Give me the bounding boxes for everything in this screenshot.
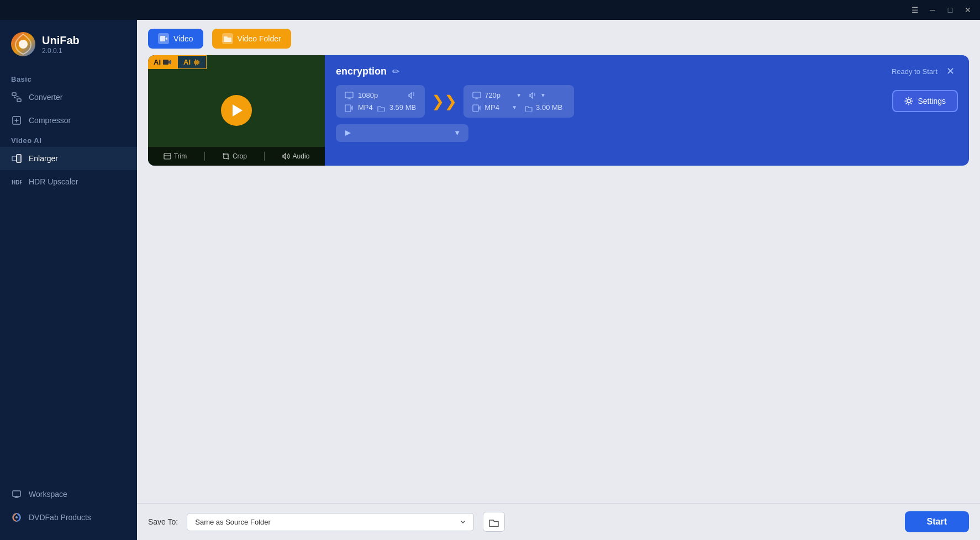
settings-button[interactable]: Settings [892, 90, 958, 112]
browse-button[interactable] [483, 512, 505, 532]
output-info: 720p 1080p 2160p ▼ ▼ [463, 85, 574, 118]
sidebar-item-converter[interactable]: Converter [0, 86, 137, 109]
play-icon [233, 104, 243, 117]
add-video-icon [158, 33, 169, 44]
convert-arrow: ❯❯ [431, 92, 457, 110]
save-to-label: Save To: [148, 517, 178, 526]
monitor-icon [345, 91, 354, 99]
source-format: MP4 [358, 103, 373, 112]
ai-video-badge-label: AI [154, 58, 161, 66]
ctrl-divider-2 [264, 152, 265, 161]
svg-marker-12 [165, 37, 167, 40]
maximize-button[interactable]: □ [942, 4, 958, 16]
close-card-button[interactable]: ✕ [943, 64, 958, 78]
converter-icon [11, 92, 22, 103]
compressor-label: Compressor [29, 116, 71, 125]
video-file-icon-source [345, 103, 354, 112]
app-version: 2.0.0.1 [42, 47, 80, 55]
save-path-value: Same as Source Folder [195, 518, 271, 526]
add-video-button[interactable]: Video [148, 29, 203, 49]
workspace-label: Workspace [29, 490, 67, 499]
output-resolution-select[interactable]: 720p 1080p 2160p [484, 91, 513, 99]
svg-rect-2 [12, 93, 16, 96]
audio-track-select[interactable]: ▼ [336, 124, 468, 142]
hdr-label: HDR Upscaler [29, 177, 78, 186]
svg-rect-6 [17, 155, 21, 162]
svg-point-23 [907, 99, 910, 103]
save-path-display[interactable]: Same as Source Folder [187, 513, 474, 531]
close-button[interactable]: ✕ [960, 4, 976, 16]
format-dropdown-icon: ▼ [512, 104, 517, 110]
add-folder-icon [222, 33, 233, 44]
sidebar-item-hdr[interactable]: HDR HDR Upscaler [0, 170, 137, 193]
svg-point-1 [19, 40, 28, 49]
main-content: Video Video Folder AI [137, 20, 980, 540]
svg-point-10 [15, 516, 18, 518]
source-size: 3.59 MB [389, 103, 416, 112]
trim-button[interactable]: Trim [159, 150, 192, 162]
compressor-icon [11, 115, 22, 126]
source-format-line: MP4 3.59 MB [345, 103, 416, 112]
ctrl-divider-1 [204, 152, 205, 161]
output-format-line: MP4 MKV AVI ▼ 3.00 MB [472, 103, 565, 112]
format-row: 1080p MP4 [336, 85, 958, 118]
edit-title-button[interactable]: ✏ [392, 66, 399, 77]
output-format-select[interactable]: MP4 MKV AVI [484, 103, 508, 112]
video-card: AI AI [148, 55, 969, 166]
output-resolution-line: 720p 1080p 2160p ▼ ▼ [472, 91, 565, 99]
menu-button[interactable]: ☰ [907, 4, 923, 16]
crop-button[interactable]: Crop [218, 150, 251, 162]
trim-label: Trim [174, 152, 187, 160]
play-button[interactable] [221, 95, 252, 126]
svg-rect-3 [17, 99, 21, 102]
video-title: encryption [336, 66, 387, 77]
video-controls-bar: Trim Crop Audio [148, 147, 325, 166]
svg-rect-16 [224, 154, 228, 158]
svg-rect-20 [473, 92, 481, 98]
ai-audio-badge: AI [177, 55, 207, 69]
svg-rect-18 [345, 105, 351, 112]
converter-label: Converter [29, 93, 62, 102]
app-logo [10, 31, 36, 57]
sidebar-item-dvdfab[interactable]: DVDFab Products [0, 506, 137, 529]
section-videoai-label: Video AI [0, 132, 137, 147]
sidebar-item-workspace[interactable]: Workspace [0, 483, 137, 506]
svg-text:HDR: HDR [12, 179, 22, 186]
audio-track-dropdown-icon: ▼ [454, 129, 461, 137]
workspace-icon [11, 489, 22, 500]
window-controls: ☰ ─ □ ✕ [907, 4, 976, 16]
settings-label: Settings [918, 97, 946, 105]
logo-area: UniFab 2.0.0.1 [0, 20, 137, 71]
svg-rect-15 [164, 153, 171, 159]
ready-status: Ready to Start [892, 67, 937, 76]
app-body: UniFab 2.0.0.1 Basic Converter Compresso… [0, 20, 980, 540]
start-button[interactable]: Start [905, 511, 969, 532]
music-icon-output [529, 91, 537, 99]
sidebar-item-compressor[interactable]: Compressor [0, 109, 137, 132]
source-info: 1080p MP4 [336, 85, 425, 118]
output-size: 3.00 MB [536, 103, 562, 112]
svg-rect-17 [345, 92, 353, 98]
folder-browse-icon [489, 518, 499, 527]
audio-button[interactable]: Audio [278, 150, 314, 162]
minimize-button[interactable]: ─ [925, 4, 940, 16]
app-name: UniFab [42, 34, 80, 47]
add-folder-button[interactable]: Video Folder [212, 29, 291, 49]
enlarger-label: Enlarger [29, 154, 58, 163]
hdr-icon: HDR [11, 176, 22, 187]
audio-dropdown-icon: ▼ [540, 92, 546, 98]
music-icon-source [408, 91, 416, 99]
svg-rect-5 [12, 156, 17, 161]
crop-label: Crop [233, 152, 247, 160]
svg-marker-24 [345, 130, 351, 136]
ai-video-badge: AI [148, 55, 177, 69]
toolbar: Video Video Folder [137, 20, 980, 55]
sidebar: UniFab 2.0.0.1 Basic Converter Compresso… [0, 20, 137, 540]
svg-marker-14 [168, 60, 171, 65]
sidebar-item-enlarger[interactable]: Enlarger [0, 147, 137, 170]
video-thumbnail: AI AI [148, 55, 325, 166]
resolution-dropdown-icon: ▼ [516, 92, 521, 98]
title-bar: ☰ ─ □ ✕ [0, 0, 980, 20]
source-resolution-line: 1080p [345, 91, 416, 99]
folder-icon-output [525, 103, 533, 112]
